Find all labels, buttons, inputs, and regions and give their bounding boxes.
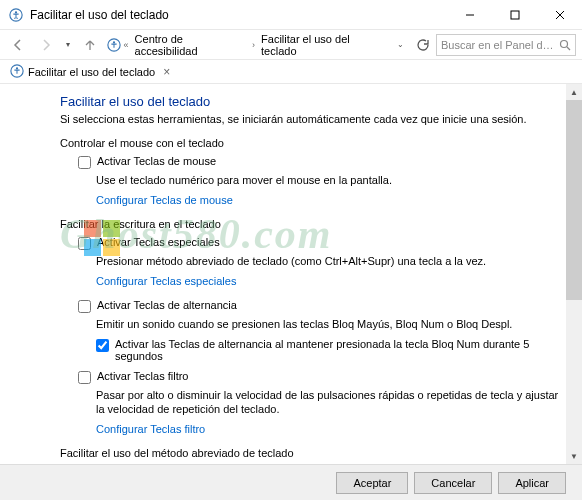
svg-point-1 <box>15 11 17 13</box>
filter-keys-desc: Pasar por alto o disminuir la velocidad … <box>96 388 568 418</box>
content-area: Facilitar el uso del teclado Si seleccio… <box>0 84 582 464</box>
svg-point-11 <box>16 67 18 69</box>
chevron-left-icon: « <box>124 40 129 50</box>
section-mouse-head: Controlar el mouse con el teclado <box>60 137 568 149</box>
page-subtitle: Si selecciona estas herramientas, se ini… <box>60 113 568 125</box>
checkbox-input[interactable] <box>96 339 109 352</box>
link-configure-mouse-keys[interactable]: Configurar Teclas de mouse <box>96 194 568 206</box>
checkbox-input[interactable] <box>78 237 91 250</box>
tab-close-icon[interactable]: × <box>163 65 170 79</box>
checkbox-label: Activar Teclas especiales <box>97 236 220 248</box>
accessibility-icon <box>106 37 122 53</box>
mouse-keys-desc: Use el teclado numérico para mover el mo… <box>96 173 568 188</box>
breadcrumb-dropdown-icon[interactable]: ⌄ <box>393 40 408 49</box>
scrollbar-thumb[interactable] <box>566 100 582 300</box>
scroll-down-icon[interactable]: ▼ <box>566 448 582 464</box>
maximize-button[interactable] <box>492 0 537 30</box>
svg-point-7 <box>113 41 115 43</box>
history-dropdown-icon[interactable]: ▾ <box>62 40 74 49</box>
svg-line-9 <box>567 47 570 50</box>
up-button[interactable] <box>78 33 102 57</box>
checkbox-mouse-keys[interactable]: Activar Teclas de mouse <box>78 155 568 169</box>
chevron-right-icon: › <box>252 40 255 50</box>
search-placeholder: Buscar en el Panel de control <box>441 39 559 51</box>
checkbox-input[interactable] <box>78 371 91 384</box>
breadcrumb-item-current[interactable]: Facilitar el uso del teclado <box>257 31 389 59</box>
ok-button[interactable]: Aceptar <box>336 472 408 494</box>
accessibility-icon <box>8 7 24 23</box>
sticky-keys-desc: Presionar método abreviado de teclado (c… <box>96 254 568 269</box>
vertical-scrollbar[interactable]: ▲ ▼ <box>566 84 582 464</box>
checkbox-label: Activar Teclas de alternancia <box>97 299 237 311</box>
scroll-up-icon[interactable]: ▲ <box>566 84 582 100</box>
checkbox-label: Activar Teclas filtro <box>97 370 189 382</box>
refresh-button[interactable] <box>412 35 432 55</box>
apply-button[interactable]: Aplicar <box>498 472 566 494</box>
page-title: Facilitar el uso del teclado <box>60 94 568 109</box>
tab-strip: Facilitar el uso del teclado × <box>0 60 582 84</box>
accessibility-icon <box>10 64 24 80</box>
checkbox-toggle-keys[interactable]: Activar Teclas de alternancia <box>78 299 568 313</box>
back-button[interactable] <box>6 33 30 57</box>
checkbox-sticky-keys[interactable]: Activar Teclas especiales <box>78 236 568 250</box>
close-button[interactable] <box>537 0 582 30</box>
minimize-button[interactable] <box>447 0 492 30</box>
checkbox-label: Activar Teclas de mouse <box>97 155 216 167</box>
tab-label: Facilitar el uso del teclado <box>28 66 155 78</box>
svg-point-8 <box>561 40 568 47</box>
link-configure-sticky-keys[interactable]: Configurar Teclas especiales <box>96 275 568 287</box>
dialog-footer: Aceptar Cancelar Aplicar <box>0 464 582 500</box>
section-typing-head: Facilitar la escritura en el teclado <box>60 218 568 230</box>
forward-button[interactable] <box>34 33 58 57</box>
cancel-button[interactable]: Cancelar <box>414 472 492 494</box>
checkbox-label: Activar las Teclas de alternancia al man… <box>115 338 568 362</box>
breadcrumb-item-center[interactable]: Centro de accesibilidad <box>131 31 250 59</box>
section-shortcuts-head: Facilitar el uso del método abreviado de… <box>60 447 568 459</box>
svg-rect-3 <box>511 11 519 19</box>
toolbar: ▾ « Centro de accesibilidad › Facilitar … <box>0 30 582 60</box>
checkbox-input[interactable] <box>78 156 91 169</box>
tab-current[interactable]: Facilitar el uso del teclado × <box>4 62 176 82</box>
checkbox-filter-keys[interactable]: Activar Teclas filtro <box>78 370 568 384</box>
search-icon <box>559 39 571 51</box>
checkbox-toggle-keys-numlock[interactable]: Activar las Teclas de alternancia al man… <box>96 338 568 362</box>
toggle-keys-desc: Emitir un sonido cuando se presionen las… <box>96 317 568 332</box>
titlebar: Facilitar el uso del teclado <box>0 0 582 30</box>
checkbox-input[interactable] <box>78 300 91 313</box>
window-controls <box>447 0 582 30</box>
search-input[interactable]: Buscar en el Panel de control <box>436 34 576 56</box>
window-title: Facilitar el uso del teclado <box>30 8 447 22</box>
link-configure-filter-keys[interactable]: Configurar Teclas filtro <box>96 423 568 435</box>
breadcrumb: « Centro de accesibilidad › Facilitar el… <box>106 31 389 59</box>
